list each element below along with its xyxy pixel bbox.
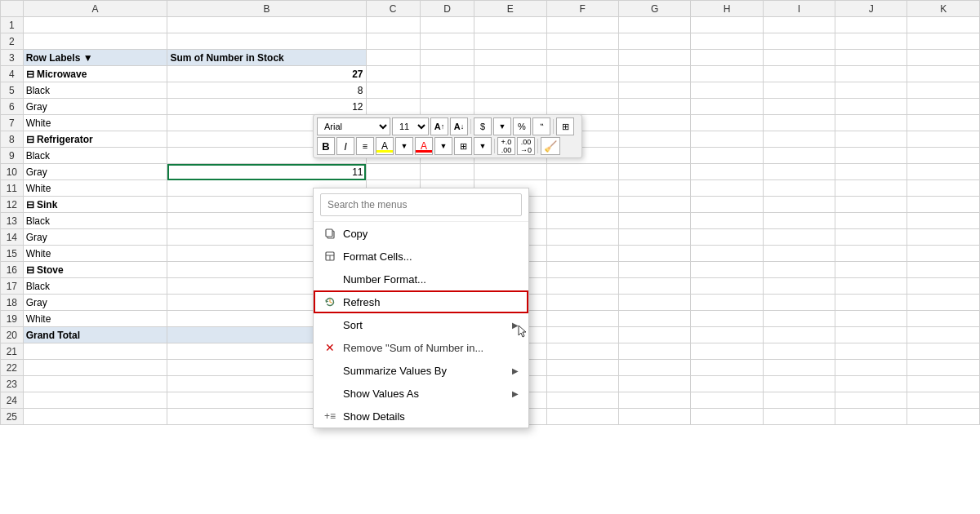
- table-row: 2: [1, 33, 980, 50]
- svg-rect-1: [326, 229, 332, 237]
- show-details-menu-item[interactable]: +≡ Show Details: [314, 405, 528, 428]
- font-size-select[interactable]: 11: [392, 117, 429, 135]
- fill-color-button[interactable]: A: [376, 137, 394, 155]
- number-format-label: Number Format...: [343, 273, 519, 286]
- remove-menu-item[interactable]: ✕ Remove "Sum of Number in...: [314, 336, 528, 359]
- refresh-menu-item[interactable]: Refresh: [314, 290, 528, 313]
- table-row: 5 Black 8: [1, 82, 980, 99]
- col-header-c[interactable]: C: [366, 1, 420, 17]
- selected-cell[interactable]: 11: [167, 164, 366, 180]
- separator-1: [470, 119, 471, 134]
- currency-button[interactable]: $: [474, 117, 492, 135]
- separator-2: [553, 119, 554, 134]
- col-header-i[interactable]: I: [763, 1, 835, 17]
- sort-icon: [323, 318, 336, 331]
- copy-menu-item[interactable]: Copy: [314, 222, 528, 245]
- microwave-label[interactable]: ⊟ Microwave: [23, 66, 167, 82]
- col-header-j[interactable]: J: [835, 1, 907, 17]
- show-details-icon: +≡: [323, 410, 336, 423]
- separator-4: [537, 139, 538, 153]
- col-header-f[interactable]: F: [546, 1, 618, 17]
- col-header-b[interactable]: B: [167, 1, 366, 17]
- col-header-d[interactable]: D: [420, 1, 474, 17]
- summarize-menu-item[interactable]: Summarize Values By ▶: [314, 359, 528, 382]
- clear-button[interactable]: 🧹: [541, 137, 560, 155]
- corner-header: [1, 1, 24, 17]
- separator-3: [494, 139, 495, 153]
- table-row: 4 ⊟ Microwave 27: [1, 66, 980, 82]
- toolbar-row-2: B I ≡ A ▼ A ▼ ⊞ ▼ +.0.00 .00→0 🧹: [317, 137, 578, 155]
- search-input[interactable]: [320, 193, 522, 216]
- copy-label: Copy: [343, 228, 519, 240]
- search-area: [314, 188, 528, 222]
- font-color-indicator: [416, 150, 432, 153]
- col-header-g[interactable]: G: [618, 1, 690, 17]
- refresh-icon: [323, 295, 336, 308]
- dec-decrease-button[interactable]: .00→0: [517, 137, 535, 155]
- spreadsheet: A B C D E F G H I J K 1: [0, 0, 980, 514]
- sort-menu-item[interactable]: Sort ▶: [314, 313, 528, 336]
- col-header-k[interactable]: K: [907, 1, 980, 17]
- format-cells-icon: [323, 250, 336, 263]
- table-row: 3 Row Labels ▼ Sum of Number in Stock: [1, 50, 980, 66]
- col-header-h[interactable]: H: [691, 1, 763, 17]
- table-row: 1: [1, 17, 980, 33]
- bold-button[interactable]: B: [317, 137, 335, 155]
- align-button[interactable]: ≡: [356, 137, 374, 155]
- format-cells-label: Format Cells...: [343, 250, 519, 263]
- percent-button[interactable]: %: [513, 117, 531, 135]
- italic-button[interactable]: I: [336, 137, 354, 155]
- summarize-arrow-icon: ▶: [512, 366, 519, 375]
- show-details-label: Show Details: [343, 410, 519, 423]
- col-header-e[interactable]: E: [474, 1, 546, 17]
- col-header-a[interactable]: A: [23, 1, 167, 17]
- toolbar-row-1: Arial 11 A↑ A↓ $ ▼ % ‟ ⊞: [317, 117, 578, 135]
- show-values-label: Show Values As: [343, 388, 506, 400]
- row-num: 1: [1, 17, 24, 33]
- border-more-button[interactable]: ▼: [474, 137, 492, 155]
- comma-button[interactable]: ‟: [532, 117, 550, 135]
- dec-increase-button[interactable]: +.0.00: [497, 137, 515, 155]
- sum-header[interactable]: Sum of Number in Stock: [167, 50, 366, 66]
- show-values-icon: [323, 387, 336, 400]
- remove-icon: ✕: [323, 341, 336, 354]
- table-row: 10 Gray 11: [1, 164, 980, 180]
- border-button[interactable]: ⊞: [454, 137, 472, 155]
- grand-total-label[interactable]: Grand Total: [23, 327, 167, 343]
- fill-color-indicator: [376, 150, 393, 153]
- fill-more-button[interactable]: ▼: [395, 137, 413, 155]
- refresh-label: Refresh: [343, 296, 519, 308]
- decrease-font-button[interactable]: A↓: [450, 117, 468, 135]
- number-format-icon: [323, 273, 336, 286]
- increase-font-button[interactable]: A↑: [430, 117, 448, 135]
- context-menu: Copy Format Cells... Number Format... Re…: [313, 188, 529, 428]
- table-row: 6 Gray 12: [1, 99, 980, 115]
- format-cells-menu-item[interactable]: Format Cells...: [314, 245, 528, 268]
- summarize-label: Summarize Values By: [343, 365, 506, 377]
- remove-label: Remove "Sum of Number in...: [343, 342, 519, 354]
- mini-toolbar: Arial 11 A↑ A↓ $ ▼ % ‟ ⊞ B I ≡ A ▼: [313, 114, 582, 158]
- sort-label: Sort: [343, 319, 506, 331]
- number-format-menu-item[interactable]: Number Format...: [314, 268, 528, 290]
- show-values-menu-item[interactable]: Show Values As ▶: [314, 382, 528, 405]
- summarize-icon: [323, 364, 336, 377]
- more-currency-button[interactable]: ▼: [493, 117, 511, 135]
- row-labels-header[interactable]: Row Labels ▼: [23, 50, 167, 66]
- copy-icon: [323, 227, 336, 240]
- font-color-button[interactable]: A: [415, 137, 433, 155]
- font-name-select[interactable]: Arial: [317, 117, 390, 135]
- font-more-button[interactable]: ▼: [434, 137, 452, 155]
- format-num-button[interactable]: ⊞: [556, 117, 574, 135]
- show-values-arrow-icon: ▶: [512, 389, 519, 398]
- sort-arrow-icon: ▶: [512, 321, 519, 330]
